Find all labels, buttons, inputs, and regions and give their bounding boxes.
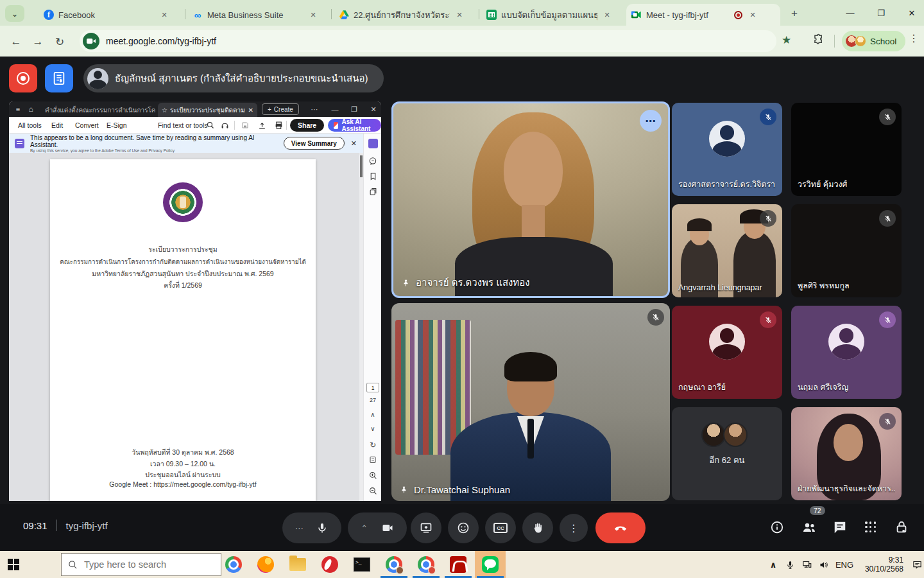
present-button[interactable] [411,512,441,543]
video-tile[interactable]: Angvarrah Lieungnapar [672,204,782,297]
more-options-icon[interactable]: ⋯ [308,101,321,117]
taskbar-firefox[interactable] [250,551,281,578]
taskbar-explorer[interactable] [282,551,313,578]
tray-volume-icon[interactable] [815,560,832,570]
captions-toggle-button[interactable]: CC [485,512,516,543]
browser-menu-icon[interactable]: ⋮ [909,32,919,44]
upload-icon[interactable] [258,117,266,134]
page-number-input[interactable]: 1 [366,383,379,392]
host-controls-button[interactable] [892,518,911,537]
tab-facebook[interactable]: f Facebook ✕ [38,4,184,26]
tab-meet-active[interactable]: Meet - tyg-ifbj-ytf ✕ [626,4,780,26]
tray-mic-icon[interactable] [782,560,798,570]
video-tile[interactable]: รองศาสตราจารย์.ดร.วิจิตรา ... [672,103,782,196]
tab-meta-business[interactable]: ∞ Meta Business Suite ✕ [187,4,330,26]
close-icon[interactable]: ✕ [248,107,253,114]
video-tile[interactable]: กฤษณา อารีย์ [672,306,782,399]
close-icon[interactable]: ✕ [159,10,169,20]
taskbar-chrome-profile1[interactable] [379,551,409,578]
window-minimize-button[interactable]: — [835,0,865,26]
activities-button[interactable] [861,518,880,537]
page-down-icon[interactable]: ∨ [364,425,381,432]
video-tile[interactable]: วรวิทย์ คุ้มวงศ์ [791,103,902,196]
bookmark-star-icon[interactable]: ★ [782,33,791,47]
raise-hand-button[interactable] [522,512,553,543]
notification-center-icon[interactable] [909,560,924,570]
more-options-button[interactable]: ⋮ [560,514,588,542]
video-tile[interactable]: พูลศิริ พรหมกูล [791,204,902,297]
reactions-button[interactable] [448,512,479,543]
ai-assistant-panel-icon[interactable] [364,139,381,148]
acrobat-minimize-button[interactable]: — [329,101,341,117]
recording-button[interactable] [9,64,37,92]
captions-button[interactable] [45,64,73,92]
address-bar[interactable]: meet.google.com/tyg-ifbj-ytf [80,30,776,52]
print-icon[interactable] [275,117,283,134]
zoom-out-icon[interactable] [364,487,381,495]
ask-ai-assistant-button[interactable]: Ask AI Assistant [328,119,381,132]
taskbar-line[interactable] [475,551,506,578]
window-maximize-button[interactable]: ❐ [866,0,896,26]
meeting-details-button[interactable] [767,518,787,537]
find-label[interactable]: Find text or tools [158,117,208,134]
menu-edit[interactable]: Edit [51,117,63,134]
share-button[interactable]: Share [290,119,324,132]
people-button[interactable] [800,518,819,537]
taskbar-acrobat[interactable] [443,551,474,578]
rotate-icon[interactable]: ↻ [364,441,381,450]
zoom-in-icon[interactable] [364,471,381,480]
read-aloud-icon[interactable] [221,117,229,134]
reload-button[interactable]: ↻ [51,33,68,50]
close-icon[interactable]: ✕ [602,10,612,20]
search-input[interactable] [84,559,203,570]
leave-call-button[interactable] [595,512,646,543]
home-icon[interactable]: ⌂ [24,101,37,117]
view-summary-button[interactable]: View Summary [284,137,345,150]
profile-chip[interactable]: School [842,31,905,51]
page-up-icon[interactable]: ∧ [364,411,381,418]
search-icon[interactable] [207,117,214,134]
tray-expand-icon[interactable]: ∧ [765,560,782,570]
close-icon[interactable]: ✕ [308,10,318,20]
tab-drive[interactable]: 22.ศูนย์การศึกษาจังหวัดระนอง - Go ✕ [334,4,477,26]
back-button[interactable]: ← [8,33,24,50]
video-tile-second[interactable]: Dr.Tawatchai Suphuan [391,303,670,501]
taskbar-search[interactable] [61,553,221,576]
acrobat-maximize-button[interactable]: ❐ [348,101,361,117]
mic-button[interactable]: ⋯ [282,512,341,543]
taskbar-ccleaner[interactable] [314,551,345,578]
hamburger-menu-icon[interactable]: ≡ [12,101,24,117]
extensions-icon[interactable] [812,33,825,48]
tray-language[interactable]: ENG [832,560,857,570]
taskbar-chrome-profile2[interactable] [411,551,441,578]
menu-esign[interactable]: E-Sign [107,117,127,134]
video-tile-speaker[interactable]: ⋯ อาจารย์ ดร.ดวงพร แสงทอง [391,101,670,298]
mic-options-icon[interactable]: ⋯ [295,523,304,533]
pages-panel-icon[interactable] [364,188,381,196]
taskbar-chrome[interactable] [218,551,249,578]
new-tab-button[interactable]: + [787,6,802,21]
close-icon[interactable]: ✕ [454,10,465,20]
overflow-tile[interactable]: อีก 62 คน [672,407,782,500]
taskbar-cmd[interactable]: >_ [346,551,377,578]
acrobat-close-button[interactable]: ✕ [367,101,380,117]
menu-all-tools[interactable]: All tools [18,117,42,134]
tray-clock[interactable]: 9:31 30/10/2568 [857,556,903,574]
forward-button[interactable]: → [30,33,46,50]
acrobat-doc-tab-inactive[interactable]: คำสั่งแต่งตั้งคณะกรรมการดำเนินการโคร... [41,103,155,117]
chat-button[interactable] [830,518,850,537]
tile-options-button[interactable]: ⋯ [640,110,662,132]
bookmark-icon[interactable] [364,172,381,180]
start-button[interactable] [8,559,19,570]
tray-network-icon[interactable] [798,560,815,570]
camera-options-icon[interactable]: ⌃ [361,523,368,533]
close-icon[interactable]: ✕ [351,139,357,148]
tab-sheets[interactable]: แบบจัดเก็บข้อมูลตามแผนธุรกิจ2569 ✕ [481,4,624,26]
acrobat-doc-tab-active[interactable]: ☆ ระเบียบวาระประชุมติดตาม ครั้... ✕ [158,103,257,117]
close-icon[interactable]: ✕ [748,10,758,20]
tab-list-button[interactable]: ⌄ [5,5,24,22]
video-tile[interactable]: นฤมล ศรีเจริญ [791,306,902,399]
window-close-button[interactable]: ✕ [897,0,924,26]
fit-page-icon[interactable] [364,456,381,464]
video-tile[interactable]: ฝ่ายพัฒนาธุรกิจและจัดหาร... [791,407,902,500]
